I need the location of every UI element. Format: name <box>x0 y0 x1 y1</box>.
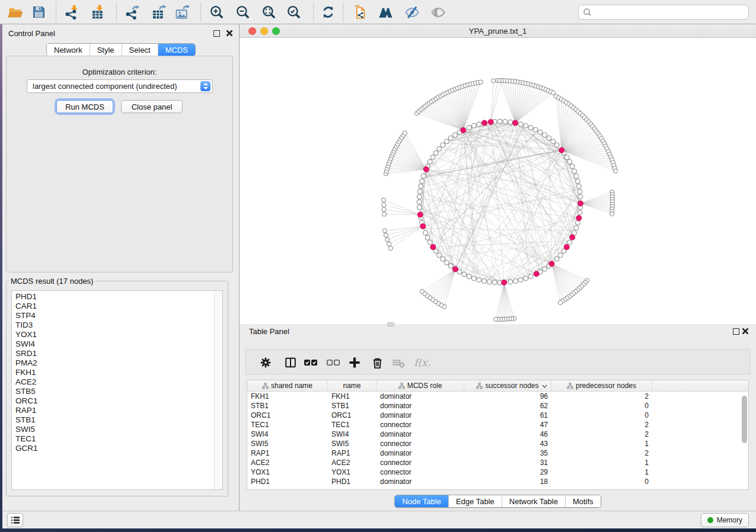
network-node[interactable] <box>547 136 551 140</box>
select-all-checks-icon[interactable] <box>302 354 320 371</box>
network-node[interactable] <box>421 174 426 178</box>
network-node[interactable] <box>574 226 579 230</box>
share-document-icon[interactable] <box>350 2 370 22</box>
close-panel-icon[interactable] <box>225 29 234 37</box>
network-node[interactable] <box>417 189 422 194</box>
network-node[interactable] <box>423 230 428 235</box>
network-node[interactable] <box>524 276 528 281</box>
mcds-network-node[interactable] <box>534 271 539 277</box>
export-network-icon[interactable] <box>122 2 142 22</box>
mcds-network-node[interactable] <box>461 127 466 133</box>
network-node[interactable] <box>417 205 422 210</box>
optimization-criterion-dropdown[interactable]: largest connected component (undirected) <box>27 79 213 93</box>
network-node[interactable] <box>428 159 432 164</box>
mcds-list-scrollbar[interactable] <box>214 291 222 489</box>
network-node[interactable] <box>441 143 445 148</box>
network-node[interactable] <box>575 179 580 184</box>
split-columns-icon[interactable] <box>282 354 299 371</box>
network-node[interactable] <box>382 212 387 216</box>
network-node[interactable] <box>614 169 618 173</box>
control-tab-select[interactable]: Select <box>122 44 158 56</box>
network-node[interactable] <box>471 123 476 128</box>
mcds-result-item[interactable]: PHD1 <box>15 292 214 302</box>
control-tab-network[interactable]: Network <box>47 44 90 56</box>
network-node[interactable] <box>420 179 425 184</box>
network-node[interactable] <box>425 235 430 240</box>
network-node[interactable] <box>471 276 476 281</box>
mcds-result-item[interactable]: SWI4 <box>15 339 214 349</box>
network-node[interactable] <box>467 274 471 279</box>
table-tab-edge-table[interactable]: Edge Table <box>448 495 502 507</box>
column-header-successor-nodes[interactable]: successor nodes <box>464 380 551 391</box>
open-folder-icon[interactable] <box>5 2 25 22</box>
network-node[interactable] <box>513 278 518 283</box>
settings-gear-icon[interactable] <box>257 354 275 371</box>
network-node[interactable] <box>479 80 483 84</box>
mcds-result-item[interactable]: FKH1 <box>15 368 214 377</box>
delete-column-icon[interactable] <box>368 354 386 371</box>
deselect-checks-icon[interactable] <box>324 354 342 371</box>
mcds-result-item[interactable]: ORC1 <box>15 396 214 406</box>
float-table-panel-icon[interactable] <box>733 328 739 335</box>
table-row[interactable]: FKH1FKH1dominator962 <box>247 392 748 401</box>
network-node[interactable] <box>554 143 559 148</box>
network-node[interactable] <box>381 198 385 202</box>
network-node[interactable] <box>430 155 435 159</box>
mcds-network-node[interactable] <box>549 261 554 267</box>
control-tab-style[interactable]: Style <box>90 44 122 56</box>
network-node[interactable] <box>570 164 575 169</box>
network-node[interactable] <box>558 300 562 305</box>
network-node[interactable] <box>578 189 582 194</box>
mcds-network-node[interactable] <box>564 245 569 250</box>
network-node[interactable] <box>518 122 523 127</box>
add-column-icon[interactable] <box>346 354 363 371</box>
control-tab-mcds[interactable]: MCDS <box>158 44 195 56</box>
float-panel-icon[interactable] <box>213 30 220 37</box>
network-node[interactable] <box>437 146 442 151</box>
mcds-network-node[interactable] <box>570 235 575 240</box>
network-node[interactable] <box>382 203 386 207</box>
network-node[interactable] <box>524 123 528 128</box>
mcds-result-item[interactable]: TEC1 <box>15 434 214 444</box>
close-table-panel-icon[interactable] <box>741 327 749 335</box>
network-node[interactable] <box>578 210 582 215</box>
network-node[interactable] <box>518 277 523 282</box>
zoom-out-icon[interactable] <box>232 2 253 22</box>
column-header-shared-name[interactable]: shared name <box>247 380 328 391</box>
import-table-icon[interactable] <box>88 2 108 22</box>
network-node[interactable] <box>508 280 513 284</box>
network-graph[interactable] <box>240 38 756 324</box>
network-node[interactable] <box>467 125 471 130</box>
network-node[interactable] <box>564 155 569 159</box>
network-node[interactable] <box>388 246 393 251</box>
network-node[interactable] <box>578 194 583 199</box>
network-node[interactable] <box>382 207 386 211</box>
import-network-icon[interactable] <box>62 2 82 22</box>
network-node[interactable] <box>444 260 449 265</box>
network-node[interactable] <box>567 240 572 245</box>
table-tab-node-table[interactable]: Node Table <box>395 495 448 507</box>
network-node[interactable] <box>384 233 388 237</box>
network-node[interactable] <box>576 184 581 189</box>
network-node[interactable] <box>528 274 533 279</box>
network-node[interactable] <box>482 278 487 283</box>
mcds-result-item[interactable]: ACE2 <box>15 377 214 387</box>
export-table-icon[interactable] <box>148 2 168 22</box>
column-header-predecessor-nodes[interactable]: predecessor nodes <box>551 380 652 391</box>
mcds-result-item[interactable]: STB1 <box>15 415 214 425</box>
network-node[interactable] <box>428 240 432 245</box>
network-node[interactable] <box>441 257 445 261</box>
mcds-result-item[interactable]: STB5 <box>15 387 214 396</box>
network-node[interactable] <box>487 280 492 284</box>
network-node[interactable] <box>477 122 481 127</box>
network-node[interactable] <box>543 133 547 137</box>
horizontal-splitter-handle[interactable] <box>387 322 394 326</box>
table-row[interactable]: SWI5SWI5connector431 <box>247 439 748 448</box>
hide-eye-icon[interactable] <box>402 2 422 22</box>
network-node[interactable] <box>543 267 547 271</box>
mcds-result-item[interactable]: SRD1 <box>15 349 214 358</box>
mcds-network-node[interactable] <box>488 119 493 124</box>
sort-chevron-icon[interactable] <box>542 384 547 388</box>
network-node[interactable] <box>503 119 508 124</box>
export-image-icon[interactable] <box>172 2 192 22</box>
